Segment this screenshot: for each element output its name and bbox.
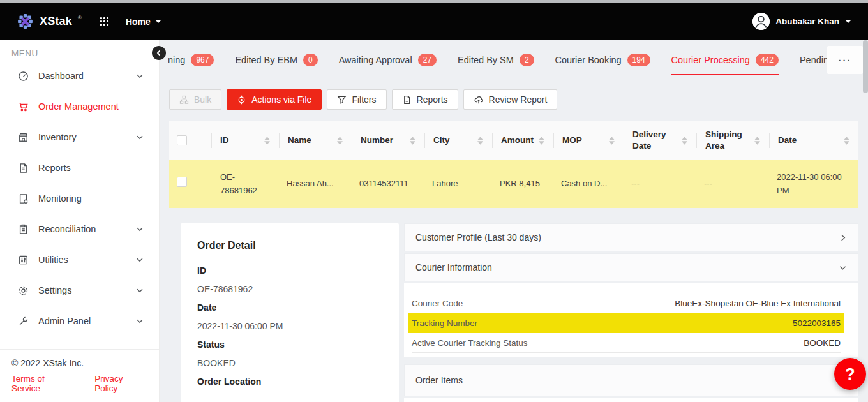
- field-label-order-location: Order Location: [197, 376, 382, 387]
- sort-icon[interactable]: [604, 137, 615, 145]
- tracking-number-label: Tracking Number: [412, 318, 477, 328]
- tab-count-badge: 27: [418, 54, 437, 66]
- monitor-icon: [18, 193, 29, 204]
- tracking-number-value: 5022003165: [793, 318, 841, 328]
- store-icon: [18, 132, 29, 143]
- chevron-down-icon: [136, 72, 144, 80]
- tab-clipped-967[interactable]: ning 967: [168, 45, 214, 75]
- sidebar-collapse-button[interactable]: [152, 46, 166, 60]
- column-header-shipping-area[interactable]: Shipping Area: [696, 121, 769, 160]
- sidebar-item-utilities[interactable]: Utilities: [0, 244, 159, 275]
- sort-icon[interactable]: [472, 137, 483, 145]
- orders-table: ID Name Number: [169, 121, 858, 208]
- sort-icon[interactable]: [332, 137, 343, 145]
- cell-amount: PKR 8,415: [492, 177, 553, 190]
- terms-of-service-link[interactable]: Terms of Service: [11, 374, 75, 393]
- brand-name: XStak: [40, 15, 72, 28]
- clipboard-icon: [18, 224, 29, 235]
- review-report-button[interactable]: Review Report: [463, 89, 558, 110]
- help-button[interactable]: ?: [834, 358, 866, 390]
- tab-label: Courier Booking: [555, 55, 622, 65]
- copyright-text: © 2022 XStak Inc.: [11, 358, 147, 368]
- order-items-label: Order Items: [415, 375, 463, 385]
- sidebar-item-inventory[interactable]: Inventory: [0, 122, 159, 153]
- column-header-number[interactable]: Number: [352, 121, 424, 160]
- tab-courier-booking[interactable]: Courier Booking 194: [555, 45, 650, 75]
- sidebar: MENU Dashboard Order Management: [0, 40, 160, 402]
- courier-code-row: Courier Code BlueEx-Shopistan OE-Blue Ex…: [412, 294, 841, 313]
- column-header-mop[interactable]: MOP: [553, 121, 624, 160]
- sort-icon[interactable]: [405, 137, 415, 145]
- table-row[interactable]: OE-78681962 Hassan Ah... 03114532111 Lah…: [169, 160, 858, 208]
- aim-icon: [237, 95, 246, 105]
- sidebar-item-reconciliation[interactable]: Reconciliation: [0, 214, 159, 244]
- sidebar-item-label: Reports: [38, 163, 71, 173]
- sidebar-item-reports[interactable]: Reports: [0, 153, 159, 183]
- tab-count-badge: 967: [191, 54, 214, 66]
- sort-icon[interactable]: [677, 137, 687, 145]
- home-nav-label: Home: [126, 17, 151, 27]
- sort-icon[interactable]: [749, 137, 760, 145]
- order-items-body: [404, 398, 858, 402]
- column-header-date[interactable]: Date: [769, 121, 858, 160]
- scrollbar-track[interactable]: [863, 40, 868, 402]
- actions-via-file-label: Actions via File: [251, 94, 311, 105]
- tab-label: Edited By EBM: [235, 55, 297, 65]
- user-menu[interactable]: Abubakar Khan: [752, 13, 851, 30]
- column-header-name[interactable]: Name: [279, 121, 352, 160]
- actions-via-file-button[interactable]: Actions via File: [227, 89, 322, 110]
- column-header-amount[interactable]: Amount: [492, 121, 553, 160]
- tab-count-badge: 442: [756, 54, 779, 66]
- chevron-down-icon: [136, 317, 144, 325]
- bulk-button[interactable]: Bulk: [169, 89, 221, 110]
- toolbar: Bulk Actions via File Filters: [169, 89, 868, 110]
- reports-button[interactable]: Reports: [392, 89, 458, 110]
- app-launcher-button[interactable]: [100, 17, 109, 26]
- courier-code-label: Courier Code: [412, 299, 463, 308]
- sort-icon[interactable]: [839, 137, 849, 145]
- column-header-id[interactable]: ID: [211, 121, 279, 160]
- reports-button-label: Reports: [417, 94, 448, 105]
- field-label-date: Date: [197, 302, 382, 313]
- courier-information-label: Courier Information: [415, 262, 492, 272]
- sidebar-item-settings[interactable]: Settings: [0, 275, 159, 306]
- column-header-city[interactable]: City: [424, 121, 492, 160]
- select-all-checkbox[interactable]: [177, 135, 187, 145]
- cell-shipping-area: ---: [696, 177, 769, 190]
- home-nav-dropdown[interactable]: Home: [126, 17, 161, 27]
- chevron-down-icon: [845, 20, 851, 23]
- tab-edited-by-sm[interactable]: Edited By SM 2: [458, 45, 534, 75]
- order-items-accordion[interactable]: Order Items: [404, 364, 858, 396]
- tab-awaiting-approval[interactable]: Awaiting Approval 27: [339, 45, 437, 75]
- tabs-overflow-button[interactable]: ···: [827, 46, 863, 74]
- sidebar-item-dashboard[interactable]: Dashboard: [0, 61, 159, 91]
- tab-courier-processing[interactable]: Courier Processing 442: [671, 45, 779, 75]
- brand-trademark: ®: [78, 15, 82, 20]
- sidebar-item-label: Settings: [38, 285, 71, 295]
- tab-edited-by-ebm[interactable]: Edited By EBM 0: [235, 45, 317, 75]
- tab-label: Courier Processing: [671, 55, 750, 65]
- sort-icon[interactable]: [534, 137, 544, 145]
- sidebar-item-label: Inventory: [38, 132, 77, 142]
- sidebar-item-monitoring[interactable]: Monitoring: [0, 183, 159, 214]
- document-icon: [402, 95, 412, 105]
- cloud-upload-icon: [474, 95, 484, 105]
- courier-information-accordion[interactable]: Courier Information: [404, 253, 858, 281]
- column-header-delivery-date[interactable]: Delivery Date: [624, 121, 696, 160]
- sort-icon[interactable]: [259, 137, 270, 145]
- wrench-icon: [18, 316, 29, 327]
- dashboard-icon: [18, 71, 29, 82]
- bulk-button-label: Bulk: [194, 94, 211, 105]
- customer-profile-accordion[interactable]: Customer Profile (Last 30 days): [404, 223, 858, 251]
- cell-delivery-date: ---: [624, 177, 696, 190]
- sidebar-item-admin-panel[interactable]: Admin Panel: [0, 306, 159, 336]
- row-checkbox[interactable]: [177, 177, 187, 187]
- brand-logo[interactable]: XStak ®: [17, 13, 82, 30]
- sidebar-item-order-management[interactable]: Order Management: [0, 91, 159, 122]
- field-value-status: BOOKED: [197, 358, 382, 368]
- privacy-policy-link[interactable]: Privacy Policy: [94, 374, 147, 393]
- scrollbar-thumb[interactable]: [863, 40, 868, 93]
- sidebar-item-label: Utilities: [38, 255, 68, 265]
- review-report-label: Review Report: [489, 94, 548, 105]
- filters-button[interactable]: Filters: [327, 89, 386, 110]
